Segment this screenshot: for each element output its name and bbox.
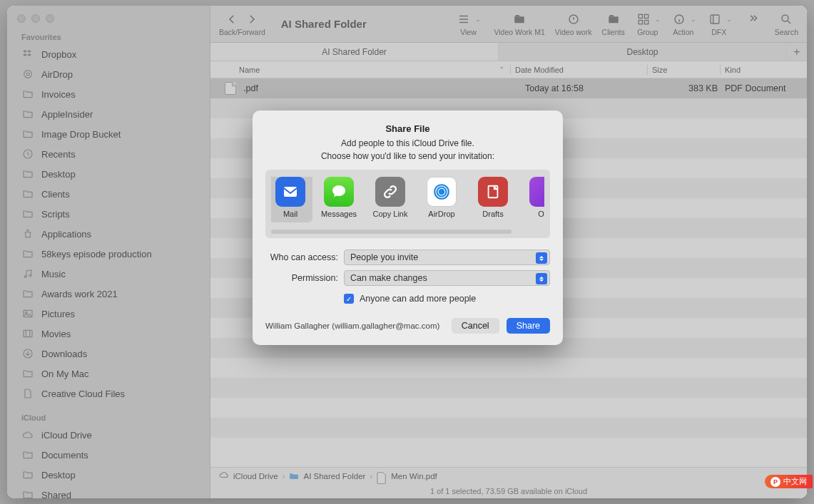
svg-rect-26 (284, 187, 297, 197)
column-name[interactable]: Name (239, 66, 260, 74)
sidebar-item[interactable]: Dropbox (7, 44, 203, 64)
sidebar-item-label: Clients (41, 189, 70, 200)
dialog-subtitle-2: Choose how you'd like to send your invit… (265, 151, 550, 161)
toolbar-item[interactable]: ⌄Group (635, 11, 661, 36)
sidebar-item[interactable]: Awards work 2021 (7, 284, 203, 304)
app-icon (427, 177, 457, 207)
app-icon (275, 177, 305, 207)
view-group[interactable]: ⌄ View (455, 11, 481, 36)
sort-caret-icon: ⌃ (499, 66, 504, 73)
back-button[interactable] (223, 12, 240, 26)
sidebar-item[interactable]: AppleInsider (7, 104, 203, 124)
tab-active[interactable]: AI Shared Folder (210, 43, 499, 61)
folder-icon (21, 88, 34, 101)
tab-inactive[interactable]: Desktop (499, 43, 787, 61)
file-date: Today at 16:58 (525, 83, 657, 93)
folder-icon (21, 187, 34, 200)
share-app-drafts[interactable]: Drafts (471, 177, 515, 222)
sidebar-item[interactable]: On My Mac (7, 364, 203, 384)
sidebar-item-label: Creative Cloud Files (41, 389, 125, 399)
scrollbar[interactable] (271, 230, 512, 234)
sidebar-item[interactable]: Clients (7, 184, 203, 204)
share-button[interactable]: Share (507, 318, 550, 334)
sidebar-item-label: Pictures (41, 309, 75, 319)
pictures-icon (21, 307, 34, 320)
svg-point-1 (24, 71, 32, 78)
svg-rect-19 (639, 21, 642, 24)
forward-button[interactable] (243, 12, 260, 26)
close-button[interactable] (17, 14, 26, 23)
path-segment[interactable]: Men Win.pdf (391, 472, 437, 480)
share-app-strip: MailMessagesCopy LinkAirDropDraftsOm (265, 170, 550, 238)
cloud-icon (21, 428, 34, 441)
sidebar-item[interactable]: Music (7, 264, 203, 284)
file-kind: PDF Document (725, 83, 807, 93)
sidebar-item[interactable]: Image Drop Bucket (7, 124, 203, 144)
overflow-button[interactable] (745, 11, 762, 36)
svg-rect-22 (711, 15, 719, 24)
toolbar-icon (511, 12, 528, 26)
file-row[interactable]: .pdfToday at 16:58383 KBPDF Document (210, 78, 807, 98)
path-segment[interactable]: iCloud Drive (233, 472, 278, 480)
sidebar-item[interactable]: Scripts (7, 204, 203, 224)
cancel-button[interactable]: Cancel (452, 318, 499, 334)
share-app-om[interactable]: Om (522, 177, 544, 222)
column-size[interactable]: Size (652, 66, 720, 74)
sidebar-item[interactable]: Desktop (7, 465, 203, 485)
svg-rect-30 (489, 186, 498, 198)
anyone-checkbox[interactable]: ✓ (344, 294, 354, 304)
app-icon (478, 177, 508, 207)
toolbar-item[interactable]: Video work (555, 11, 592, 36)
app-label: Mail (283, 210, 297, 218)
toolbar-icon (565, 12, 582, 26)
zoom-button[interactable] (46, 14, 54, 23)
sidebar-item-label: 58keys episode production (41, 249, 152, 259)
folder-icon (289, 472, 299, 480)
apps-icon (21, 227, 34, 240)
sidebar-item[interactable]: Creative Cloud Files (7, 384, 203, 403)
sidebar-item[interactable]: Downloads (7, 344, 203, 364)
svg-point-24 (782, 15, 788, 21)
sidebar-item-label: On My Mac (41, 369, 88, 379)
sidebar-item[interactable]: iCloud Drive (7, 425, 203, 445)
sidebar-item-label: Applications (41, 229, 91, 240)
toolbar-item[interactable]: Clients (602, 11, 625, 36)
permission-select[interactable]: Can make changes (344, 270, 550, 286)
sidebar-item[interactable]: Documents (7, 445, 203, 465)
path-segment[interactable]: AI Shared Folder (303, 472, 365, 480)
anyone-label: Anyone can add more people (360, 294, 476, 304)
column-kind[interactable]: Kind (725, 66, 807, 74)
sidebar: FavouritesDropboxAirDropInvoicesAppleIns… (7, 6, 210, 498)
share-app-airdrop[interactable]: AirDrop (419, 177, 464, 222)
toolbar-item[interactable]: ⌄DFX (706, 11, 732, 36)
permission-label: Permission: (265, 273, 344, 283)
sidebar-item[interactable]: 58keys episode production (7, 244, 203, 264)
sidebar-item[interactable]: Shared (7, 485, 203, 498)
window-controls (7, 6, 210, 23)
search-group[interactable]: Search (775, 11, 798, 36)
toolbar-item[interactable]: Video Work M1 (494, 11, 544, 36)
svg-rect-16 (609, 16, 619, 23)
sidebar-item[interactable]: Desktop (7, 164, 203, 184)
file-icon (377, 472, 387, 480)
toolbar-icon (706, 12, 723, 26)
sidebar-item[interactable]: Recents (7, 144, 203, 164)
sidebar-item[interactable]: Invoices (7, 84, 203, 104)
sidebar-item[interactable]: Movies (7, 324, 203, 344)
dialog-subtitle-1: Add people to this iCloud Drive file. (265, 138, 550, 148)
folder-icon (21, 128, 34, 140)
tab-add-button[interactable]: + (787, 43, 807, 61)
sidebar-item[interactable]: AirDrop (7, 64, 203, 84)
column-date[interactable]: Date Modified (515, 66, 647, 74)
toolbar-item[interactable]: ⌄Action (671, 11, 696, 36)
share-app-copy-link[interactable]: Copy Link (368, 177, 412, 222)
share-dialog: Share File Add people to this iCloud Dri… (253, 110, 563, 345)
sidebar-item-label: Invoices (41, 89, 76, 100)
share-app-messages[interactable]: Messages (317, 177, 361, 222)
sidebar-item[interactable]: Pictures (7, 304, 203, 324)
sidebar-item[interactable]: Applications (7, 224, 203, 244)
minimize-button[interactable] (31, 14, 40, 23)
access-select[interactable]: People you invite (344, 250, 550, 265)
file-size: 383 KB (657, 83, 725, 93)
share-app-mail[interactable]: Mail (271, 177, 312, 222)
